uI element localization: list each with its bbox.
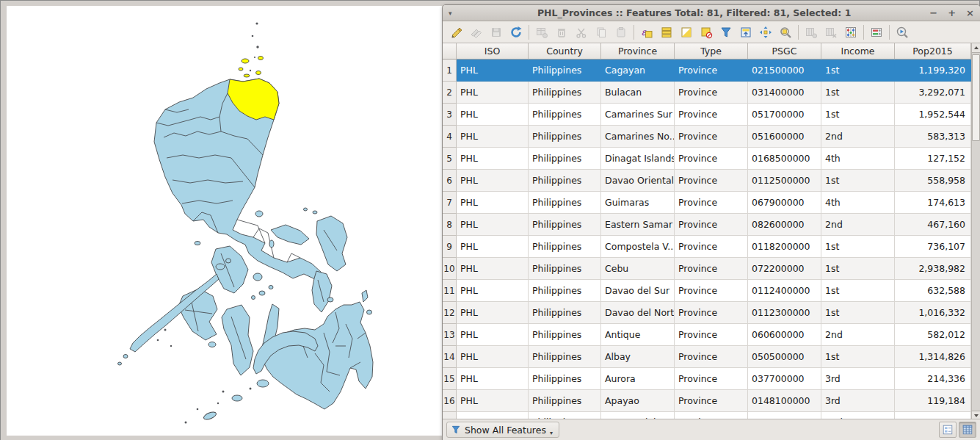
cell[interactable]: PHL (457, 412, 529, 419)
minimize-button[interactable]: − (929, 8, 937, 18)
cell[interactable]: Province (675, 59, 748, 82)
cell[interactable]: 067900000 (748, 192, 821, 214)
cell[interactable]: Guimaras (601, 192, 675, 214)
cell[interactable]: 1st (821, 59, 895, 82)
deselect-all-button[interactable] (697, 24, 716, 41)
cell[interactable]: Albay (601, 346, 675, 368)
cell[interactable]: 0112300000 (748, 302, 821, 324)
row-number[interactable]: 8 (443, 214, 457, 236)
cell[interactable]: 0160200000 (748, 412, 821, 419)
cell[interactable]: PHL (457, 236, 529, 258)
cell[interactable]: PHL (457, 258, 529, 280)
cell[interactable]: Province (675, 390, 748, 412)
cell[interactable]: Philippines (529, 82, 601, 104)
cell[interactable]: 582,012 (895, 324, 971, 346)
cell[interactable]: 1,199,320 (895, 59, 971, 82)
cell[interactable]: Philippines (529, 170, 601, 192)
cell[interactable]: 3rd (821, 368, 895, 390)
cell[interactable]: Davao Oriental (601, 170, 675, 192)
cell[interactable]: 174,613 (895, 192, 971, 214)
select-all-button[interactable] (657, 24, 676, 41)
cell[interactable]: 0148100000 (748, 390, 821, 412)
cell[interactable]: 467,160 (895, 214, 971, 236)
cell[interactable]: Philippines (529, 302, 601, 324)
cell[interactable]: 1,952,544 (895, 104, 971, 126)
cell[interactable]: 2nd (821, 412, 895, 419)
table-row[interactable]: 12PHLPhilippinesDavao del NorteProvince0… (443, 302, 971, 324)
cell[interactable]: 051700000 (748, 104, 821, 126)
cell[interactable]: 2,938,982 (895, 258, 971, 280)
cell[interactable]: Province (675, 214, 748, 236)
cell[interactable]: Province (675, 236, 748, 258)
cell[interactable]: Davao del Sur (601, 280, 675, 302)
cell[interactable]: Philippines (529, 126, 601, 148)
cell[interactable]: Dinagat Islands (601, 148, 675, 170)
cell[interactable]: 1st (821, 104, 895, 126)
cell[interactable]: Philippines (529, 390, 601, 412)
cell[interactable]: Philippines (529, 104, 601, 126)
cell[interactable]: Province (675, 170, 748, 192)
cell[interactable]: 127,152 (895, 148, 971, 170)
cell[interactable]: 558,958 (895, 170, 971, 192)
cell[interactable]: Province (675, 82, 748, 104)
row-number[interactable]: 13 (443, 324, 457, 346)
cell[interactable]: Province (675, 346, 748, 368)
cell[interactable]: 4th (821, 192, 895, 214)
cell[interactable]: 1st (821, 302, 895, 324)
cell[interactable]: 082600000 (748, 214, 821, 236)
table-row[interactable]: PHLPhilippinesAgusan del No...Province01… (443, 412, 971, 419)
reload-table-button[interactable] (507, 24, 526, 41)
cell[interactable]: PHL (457, 390, 529, 412)
cell[interactable]: 2nd (821, 126, 895, 148)
cell[interactable]: Bulacan (601, 82, 675, 104)
cell[interactable]: Philippines (529, 258, 601, 280)
move-selection-to-top-button[interactable] (736, 24, 755, 41)
row-number[interactable]: 15 (443, 368, 457, 390)
cell[interactable]: 031400000 (748, 82, 821, 104)
table-row[interactable]: 2PHLPhilippinesBulacanProvince0314000001… (443, 82, 971, 104)
cell[interactable]: Philippines (529, 214, 601, 236)
invert-selection-button[interactable] (677, 24, 696, 41)
cell[interactable]: 037700000 (748, 368, 821, 390)
maximize-button[interactable]: + (948, 8, 956, 18)
cell[interactable]: PHL (457, 368, 529, 390)
table-row[interactable]: 13PHLPhilippinesAntiqueProvince060600000… (443, 324, 971, 346)
table-row[interactable]: 5PHLPhilippinesDinagat IslandsProvince01… (443, 148, 971, 170)
cell[interactable]: 214,336 (895, 368, 971, 390)
row-number[interactable]: 7 (443, 192, 457, 214)
cell[interactable]: 583,313 (895, 126, 971, 148)
zoom-to-selection-button[interactable] (776, 24, 795, 41)
titlebar[interactable]: ▾ PHL_Provinces :: Features Total: 81, F… (443, 5, 980, 21)
cell[interactable]: Philippines (529, 412, 601, 419)
cell[interactable]: 021500000 (748, 59, 821, 82)
field-calculator-button[interactable] (841, 24, 860, 41)
cell[interactable]: 119,184 (895, 390, 971, 412)
cell[interactable]: Province (675, 302, 748, 324)
column-header-pop2015[interactable]: Pop2015 (895, 43, 971, 59)
cell[interactable]: 0168500000 (748, 148, 821, 170)
cell[interactable]: 1,314,826 (895, 346, 971, 368)
form-view-button[interactable] (939, 422, 957, 438)
column-header-country[interactable]: Country (529, 43, 601, 59)
cell[interactable]: 051600000 (748, 126, 821, 148)
vertical-scrollbar[interactable] (971, 43, 980, 419)
cell[interactable]: PHL (457, 126, 529, 148)
cell[interactable]: 0112400000 (748, 280, 821, 302)
cell[interactable]: PHL (457, 302, 529, 324)
cell[interactable]: 354,503 (895, 412, 971, 419)
cell[interactable]: Province (675, 412, 748, 419)
cell[interactable]: PHL (457, 346, 529, 368)
conditional-formatting-button[interactable] (867, 24, 886, 41)
cell[interactable]: Philippines (529, 280, 601, 302)
select-by-expression-button[interactable]: ε (637, 24, 656, 41)
close-button[interactable]: × (966, 8, 974, 18)
cell[interactable]: 736,107 (895, 236, 971, 258)
cell[interactable]: Philippines (529, 59, 601, 82)
actions-button[interactable] (893, 24, 912, 41)
cell[interactable]: Philippines (529, 192, 601, 214)
scrollbar-thumb[interactable] (972, 54, 980, 141)
cell[interactable]: 632,588 (895, 280, 971, 302)
cell[interactable]: 060600000 (748, 324, 821, 346)
cell[interactable]: 1,016,332 (895, 302, 971, 324)
cell[interactable]: PHL (457, 280, 529, 302)
